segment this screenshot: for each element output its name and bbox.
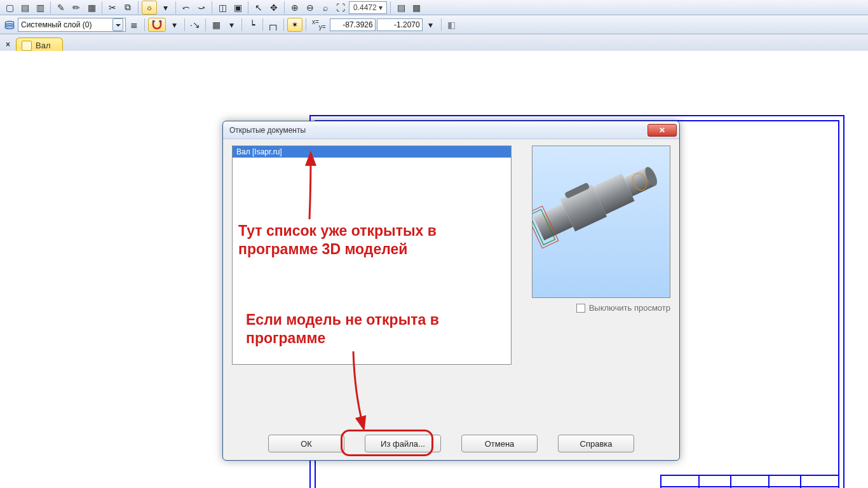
tool-icon[interactable]: ▣	[231, 1, 245, 15]
disable-preview-checkbox[interactable]: Выключить просмотр	[576, 303, 670, 313]
cancel-button[interactable]: Отмена	[461, 435, 538, 452]
svg-point-2	[5, 25, 14, 29]
cursor-icon[interactable]: ↖	[252, 1, 266, 15]
layer-selector[interactable]: Системный слой (0)	[18, 18, 126, 32]
tool-icon[interactable]: ⧉	[121, 1, 135, 15]
snap-magnet-icon[interactable]	[148, 18, 166, 32]
tool-icon[interactable]: ▦	[85, 1, 98, 15]
tool-icon[interactable]: ⤺	[179, 1, 193, 15]
toolbar-row-1: ▢ ▤ ▥ ✎ ✏ ▦ ✂ ⧉ ☼ ▾ ⤺ ⤻ ◫ ▣ ↖ ✥ ⊕ ⊖ ⌕ ⛶ …	[0, 0, 868, 15]
zoom-region-icon[interactable]: ⌕	[318, 1, 332, 15]
ortho-step-icon[interactable]: ┌┐	[266, 18, 280, 32]
tool-icon[interactable]: ◫	[215, 1, 229, 15]
zoom-in-icon[interactable]: ⊕	[288, 1, 302, 15]
dialog-title: Открытые документы	[229, 126, 648, 135]
dialog-button-row: ОК Из файла... Отмена Справка	[223, 435, 679, 452]
coord-y-input[interactable]	[377, 18, 423, 31]
tool-icon[interactable]: ✏	[69, 1, 83, 15]
model-preview	[532, 146, 670, 298]
ok-button[interactable]: ОК	[268, 435, 344, 452]
toolbar-row-2: Системный слой (0) ≣ ▾ ·↘ ▦ ▾ ┕ ┌┐ ✶ x=y…	[0, 15, 868, 34]
coord-x-input[interactable]	[330, 18, 376, 31]
tool-icon[interactable]: ✂	[105, 1, 119, 15]
close-tab-button[interactable]: ×	[3, 39, 13, 50]
tool-icon[interactable]: ◧	[445, 18, 459, 32]
coord-dropdown[interactable]: ▾	[424, 18, 438, 32]
tool-icon[interactable]: ▦	[409, 1, 423, 15]
svg-rect-3	[153, 20, 155, 22]
tool-icon[interactable]: ✥	[267, 1, 281, 15]
checkbox-label: Выключить просмотр	[589, 303, 670, 313]
tool-icon[interactable]: ▾	[158, 1, 172, 15]
tool-icon[interactable]: ▤	[394, 1, 408, 15]
snap-round-icon[interactable]: ✶	[287, 18, 302, 32]
svg-rect-9	[661, 475, 839, 488]
dropdown-icon[interactable]: ▾	[224, 18, 238, 32]
layers-icon[interactable]	[3, 18, 17, 32]
zoom-fit-icon[interactable]: ⛶	[334, 1, 348, 15]
tool-icon[interactable]: ▤	[18, 1, 32, 15]
tool-icon[interactable]: ✎	[54, 1, 68, 15]
zoom-out-icon[interactable]: ⊖	[303, 1, 317, 15]
documents-listbox[interactable]: Вал [Isapr.ru]	[232, 146, 512, 365]
dropdown-icon[interactable]: ▾	[167, 18, 181, 32]
checkbox-icon[interactable]	[576, 304, 585, 313]
list-item[interactable]: Вал [Isapr.ru]	[233, 146, 511, 158]
xy-prefix-label: x=y=	[309, 18, 329, 30]
tool-icon[interactable]: ▢	[3, 1, 17, 15]
document-icon	[22, 41, 32, 51]
layer-name-label: Системный слой (0)	[21, 20, 92, 29]
layers-manage-icon[interactable]: ≣	[127, 18, 141, 32]
tool-icon[interactable]: ▥	[33, 1, 47, 15]
open-documents-dialog: Открытые документы ✕ Вал [Isapr.ru]	[222, 121, 680, 461]
snap-point-icon[interactable]: ·↘	[188, 18, 202, 32]
svg-rect-4	[159, 20, 162, 22]
tab-label: Вал	[36, 41, 51, 50]
dialog-titlebar[interactable]: Открытые документы ✕	[223, 121, 679, 139]
zoom-value-display[interactable]: 0.4472 ▾	[349, 1, 387, 14]
close-icon[interactable]: ✕	[648, 124, 677, 137]
help-button[interactable]: Справка	[558, 435, 634, 452]
grid-icon[interactable]: ▦	[209, 18, 223, 32]
from-file-button[interactable]: Из файла...	[365, 435, 441, 452]
tool-icon[interactable]: ⤻	[194, 1, 208, 15]
ortho-lcs-icon[interactable]: ┕	[245, 18, 259, 32]
tool-highlighted-icon[interactable]: ☼	[142, 1, 157, 15]
